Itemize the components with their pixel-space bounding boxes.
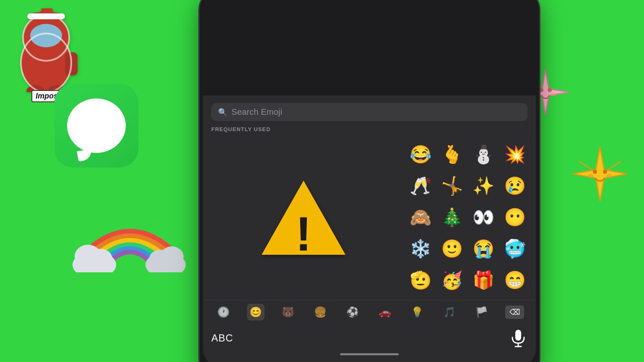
cat-food[interactable]: 🍔 bbox=[312, 304, 329, 321]
emoji-cell-cold[interactable]: 🥶 bbox=[500, 234, 530, 263]
search-icon: 🔍 bbox=[218, 108, 227, 117]
phone-screen: 🔍 Search Emoji FREQUENTLY USED bbox=[203, 0, 536, 362]
emoji-cell-cry[interactable]: 😢 bbox=[500, 171, 530, 200]
cat-travel[interactable]: 🚗 bbox=[376, 304, 394, 321]
home-indicator bbox=[203, 351, 536, 356]
emoji-cell-eyes[interactable]: 👀 bbox=[469, 202, 498, 232]
emoji-cell-tree[interactable]: 🎄 bbox=[437, 202, 467, 232]
category-bar: 🕐 😊 🐻 🍔 ⚽ 🚗 💡 🎵 🏳️ ⌫ bbox=[203, 300, 536, 324]
emoji-cell-sobbing[interactable]: 😭 bbox=[469, 234, 498, 263]
emoji-cell-snowflake[interactable]: ❄️ bbox=[406, 234, 435, 263]
cat-animals[interactable]: 🐻 bbox=[279, 304, 297, 321]
warning-area: ! bbox=[207, 137, 400, 297]
emoji-cell-gift[interactable]: 🎁 bbox=[469, 265, 498, 295]
emoji-cell-face[interactable]: 😶 bbox=[500, 202, 530, 232]
cat-smileys[interactable]: 😊 bbox=[247, 304, 265, 321]
svg-point-19 bbox=[548, 88, 552, 92]
cat-objects[interactable]: 💡 bbox=[408, 304, 426, 321]
svg-point-18 bbox=[539, 88, 543, 92]
mic-button[interactable] bbox=[509, 329, 527, 347]
svg-point-25 bbox=[606, 174, 612, 178]
svg-point-23 bbox=[603, 170, 607, 174]
emoji-cell-champagne[interactable]: 🥂 bbox=[406, 171, 435, 200]
delete-button[interactable]: ⌫ bbox=[505, 305, 524, 319]
left-stickers: Imposter bbox=[0, 0, 201, 362]
svg-point-21 bbox=[551, 93, 556, 96]
emoji-content: ! 😂 🫰 ⛄ 💥 🥂 🤸 ✨ 😢 🙈 🎄 👀 bbox=[203, 137, 536, 297]
rainbow-sticker bbox=[71, 197, 189, 272]
emoji-keyboard: 🔍 Search Emoji FREQUENTLY USED bbox=[203, 96, 536, 362]
imessage-icon bbox=[55, 84, 138, 168]
search-placeholder: Search Emoji bbox=[231, 107, 282, 117]
svg-point-22 bbox=[593, 170, 597, 174]
abc-label[interactable]: ABC bbox=[211, 332, 233, 344]
svg-text:!: ! bbox=[295, 207, 311, 259]
emoji-cell-explosion[interactable]: 💥 bbox=[500, 140, 530, 169]
warning-triangle: ! bbox=[257, 177, 350, 257]
emoji-cell-sparkles[interactable]: ✨ bbox=[469, 171, 498, 200]
home-bar bbox=[340, 353, 399, 355]
emoji-cell-salute[interactable]: 🫡 bbox=[406, 265, 435, 295]
cat-recent[interactable]: 🕐 bbox=[215, 304, 232, 321]
right-stickers bbox=[531, 0, 644, 362]
section-label: FREQUENTLY USED bbox=[211, 126, 527, 132]
cat-symbols[interactable]: 🎵 bbox=[441, 304, 458, 321]
yellow-star-sticker bbox=[569, 142, 631, 207]
svg-point-14 bbox=[89, 249, 112, 269]
search-bar[interactable]: 🔍 Search Emoji bbox=[211, 103, 527, 121]
svg-point-17 bbox=[149, 250, 171, 268]
emoji-cell-finger[interactable]: 🫰 bbox=[437, 140, 467, 169]
cat-flags[interactable]: 🏳️ bbox=[473, 304, 491, 321]
bottom-bar: ABC bbox=[203, 324, 536, 351]
emoji-cell-monkey[interactable]: 🙈 bbox=[406, 202, 435, 232]
emoji-cell-gymnastics[interactable]: 🤸 bbox=[437, 171, 467, 200]
emoji-cell-laugh[interactable]: 😂 bbox=[406, 140, 435, 169]
imessage-bubble bbox=[67, 98, 126, 153]
emoji-grid: 😂 🫰 ⛄ 💥 🥂 🤸 ✨ 😢 🙈 🎄 👀 😶 ❄️ 🙂 😭 🥶 bbox=[404, 137, 532, 297]
svg-rect-28 bbox=[515, 330, 521, 341]
emoji-cell-grin[interactable]: 😁 bbox=[500, 265, 530, 295]
emoji-cell-smile[interactable]: 🙂 bbox=[437, 234, 467, 263]
svg-point-24 bbox=[588, 174, 594, 178]
emoji-cell-party[interactable]: 🥳 bbox=[437, 265, 467, 295]
phone-frame: 🔍 Search Emoji FREQUENTLY USED bbox=[200, 0, 539, 362]
emoji-cell-snowman[interactable]: ⛄ bbox=[469, 140, 498, 169]
cat-activities[interactable]: ⚽ bbox=[344, 304, 361, 321]
